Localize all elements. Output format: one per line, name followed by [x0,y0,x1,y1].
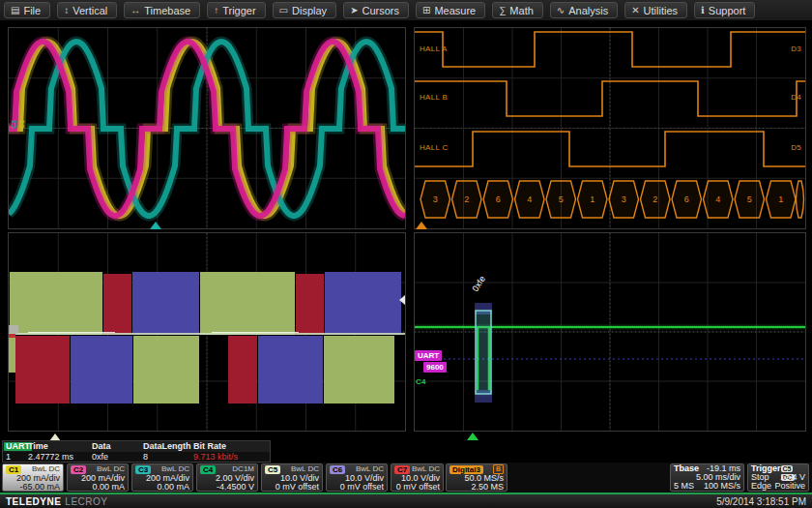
row-data: 0xfe [92,452,143,463]
measure-icon: ⊞ [422,6,430,15]
trigger-source-badge: C5 [781,465,794,472]
menu-timebase[interactable]: ↔Timebase [124,2,200,18]
digital-plot: 326451326451 [415,28,805,228]
datetime: 5/9/2014 3:18:51 PM [716,496,806,507]
decode-highlight [475,303,492,403]
row-index: 1 [3,452,28,463]
tbase-samplerate: 100 MS/s [704,482,740,491]
channel-box-digital3[interactable]: Digital3B 50.0 MS/s 2.50 MS [446,463,508,492]
analog-current-panel[interactable]: C3 C1 [8,27,406,229]
channel-box-c6[interactable]: C6BwL DC 10.0 V/div 0 mV offset [326,463,388,492]
status-bar: TELEDYNELECROY 5/9/2014 3:18:51 PM [0,493,812,508]
timebase-box[interactable]: Tbase-19.1 ms 5.00 ms/div 5 MS100 MS/s [670,463,744,492]
menu-vertical-label: Vertical [72,5,107,16]
menu-file-label: File [23,5,41,16]
bus-state-value: 3 [622,194,626,204]
c4-level-marker[interactable]: C4 [416,377,426,386]
col-bitrate: Bit Rate [193,441,268,452]
channel-box-c1[interactable]: C1BwL DC 200 mA/div -65.00 mA [2,463,64,492]
row-time: 2.47772 ms [28,452,92,463]
serial-plot [415,233,805,431]
channel-box-c4[interactable]: C4DC1M 2.00 V/div -4.4500 V [196,463,258,492]
bus-state-value: 3 [433,194,438,204]
pwm-plot [9,233,405,431]
d3-label: D3 [791,45,801,53]
c7-level-marker[interactable] [9,334,15,338]
c6-level-marker[interactable] [9,325,18,334]
c5-badge: C5 [265,465,280,474]
c3-offset: 0.00 mA [135,483,189,492]
file-icon: ▤ [11,6,19,15]
menu-display[interactable]: ▭Display [273,2,337,18]
uart-table-header: UART Time Data DataLength Bit Rate [3,441,270,452]
channel-box-c7[interactable]: C7BwL DC 10.0 V/div 0 mV offset [391,463,444,492]
uart-table-row[interactable]: 1 2.47772 ms 0xfe 8 9.713 kbit/s [3,452,270,463]
channel-box-c2[interactable]: C2BwL DC 200 mA/div 0.00 mA [67,463,129,492]
timebase-icon: ↔ [130,6,140,15]
menu-measure-label: Measure [434,5,476,16]
hall-b-label: HALL B [420,93,448,102]
menu-utilities-label: Utilities [644,5,678,16]
bus-state-value: 2 [652,194,657,204]
menu-trigger[interactable]: ↑Trigger [207,2,265,18]
d4-label: D4 [791,93,801,102]
menu-analysis[interactable]: ∿Analysis [550,2,618,18]
menu-vertical[interactable]: ↕Vertical [57,2,117,18]
menu-support[interactable]: ℹSupport [694,2,755,18]
c4-position-marker[interactable] [467,433,478,440]
info-icon: ℹ [701,6,705,15]
analog-current-plot [9,28,405,228]
brand-lecroy: LECROY [65,496,107,507]
c2-offset: 0.00 mA [71,483,125,492]
math-icon: ∑ [499,6,506,15]
digital3-memory: 2.50 MS [450,483,504,492]
menu-math[interactable]: ∑Math [492,2,543,18]
uart-serial-panel[interactable]: 0xfe UART 9600 C4 [414,232,806,432]
c5-offset: 0 mV offset [265,483,319,492]
bus-decode-group: 326451326451 [420,181,804,218]
menu-trigger-label: Trigger [222,5,255,16]
menu-utilities[interactable]: ✕Utilities [624,2,687,18]
grid-serial [415,233,805,431]
bus-state-value: 4 [527,194,532,204]
brand-teledyne: TELEDYNE [6,496,61,507]
row-bitrate: 9.713 kbit/s [193,452,268,463]
menu-math-label: Math [509,5,533,16]
pwm-voltage-panel[interactable] [8,232,406,432]
digital-hall-panel[interactable]: 326451326451 HALL A HALL B HALL C D3 D4 … [414,27,806,229]
uart-baud-badge[interactable]: 9600 [423,362,447,373]
channel-box-c3[interactable]: C3BwL DC 200 mA/div 0.00 mA [131,463,193,492]
menu-display-label: Display [292,5,327,16]
c4-badge: C4 [200,465,216,474]
uart-decoder-badge[interactable]: UART [415,350,442,361]
oscilloscope-screen: ▤File ↕Vertical ↔Timebase ↑Trigger ▭Disp… [0,0,812,508]
menu-analysis-label: Analysis [568,5,608,16]
c1-offset: -65.00 mA [6,483,60,492]
menu-cursors[interactable]: ➤Cursors [343,2,409,18]
c3-trigger-position-marker[interactable] [150,222,161,229]
c4-offset: -4.4500 V [200,483,254,492]
digital-position-marker[interactable] [416,222,427,229]
right-edge-marker[interactable] [399,295,405,305]
utilities-icon: ✕ [631,6,639,15]
trigger-slope: Positive [774,482,805,491]
hall-a-label: HALL A [420,45,448,53]
c6-badge: C6 [330,465,345,474]
hall-c-label: HALL C [420,143,449,152]
c7-offset: 0 mV offset [394,483,440,492]
c3-zero-marker[interactable]: C3 [11,120,17,129]
menu-measure[interactable]: ⊞Measure [416,2,485,18]
uart-decode-table[interactable]: UART Time Data DataLength Bit Rate 1 2.4… [2,440,271,463]
bus-state-value: 6 [496,194,501,204]
c6-offset: 0 mV offset [330,483,384,492]
bus-state-value: 1 [590,194,594,204]
c1-zero-marker[interactable]: C1 [18,120,25,129]
channel-box-c5[interactable]: C5BwL DC 10.0 V/div 0 mV offset [261,463,323,492]
bus-state-value: 6 [684,194,689,204]
trigger-box[interactable]: TriggerC5 DC Stop12.4 V EdgePositive [747,463,809,492]
menu-cursors-label: Cursors [362,5,400,16]
menu-file[interactable]: ▤File [4,2,50,18]
channel-descriptor-row: C1BwL DC 200 mA/div -65.00 mA C2BwL DC 2… [0,463,812,493]
col-data: Data [92,441,143,452]
bus-segment-partial [797,181,804,218]
